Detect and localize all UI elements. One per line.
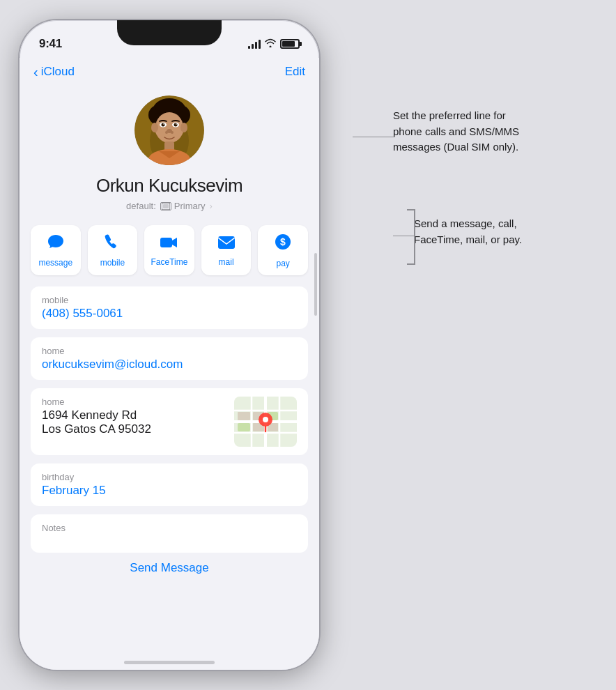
svg-text:$: $ — [280, 236, 286, 247]
primary-label: Primary — [174, 201, 206, 211]
email-value: orkucuksevim@icloud.com — [42, 358, 297, 371]
mail-button[interactable]: mail — [201, 225, 252, 275]
notch — [117, 20, 222, 45]
address-text: home 1694 Kennedy Rd Los Gatos CA 95032 — [42, 397, 226, 436]
svg-point-41 — [263, 417, 268, 422]
birthday-row[interactable]: birthday February 15 — [31, 463, 308, 506]
screen: ‹ iCloud Edit — [20, 58, 319, 670]
back-label: iCloud — [41, 65, 75, 79]
svg-rect-38 — [238, 412, 250, 420]
svg-point-18 — [171, 131, 174, 134]
message-icon — [47, 234, 64, 254]
callout-line-1 — [353, 137, 394, 137]
contact-name: Orkun Kucuksevim — [96, 175, 242, 197]
scroll-indicator — [314, 253, 317, 316]
facetime-button[interactable]: FaceTime — [144, 225, 194, 275]
phone-shell: 9:41 — [20, 20, 319, 670]
svg-point-8 — [151, 123, 158, 132]
notes-label: Notes — [42, 523, 297, 533]
svg-point-15 — [176, 123, 177, 125]
contact-default-line[interactable]: default: Primary › — [126, 201, 213, 211]
chevron-left-icon: ‹ — [33, 65, 38, 79]
dual-sim-callout: Set the preferred line forphone calls an… — [393, 108, 595, 155]
address-card[interactable]: home 1694 Kennedy Rd Los Gatos CA 95032 — [31, 388, 308, 455]
svg-rect-35 — [238, 423, 250, 431]
callouts: Set the preferred line forphone calls an… — [365, 0, 602, 690]
nav-bar: ‹ iCloud Edit — [20, 58, 319, 84]
address-label: home — [42, 397, 226, 407]
info-sections: mobile (408) 555-0061 home orkucuksevim@… — [20, 286, 319, 561]
bracket-line — [414, 209, 415, 265]
mail-label: mail — [219, 257, 234, 267]
svg-point-17 — [165, 131, 168, 134]
svg-point-9 — [180, 123, 187, 132]
mobile-label: mobile — [100, 258, 125, 268]
actions-text: Send a message, call,FaceTime, mail, or … — [414, 216, 595, 247]
bottom-action[interactable]: Send Message — [20, 561, 319, 586]
message-label: message — [38, 258, 72, 268]
action-buttons-row: message mobile — [20, 225, 319, 286]
notes-card[interactable]: Notes — [31, 514, 308, 553]
svg-point-7 — [155, 112, 183, 143]
home-indicator — [124, 661, 215, 664]
phone-label: mobile — [42, 295, 297, 305]
birthday-value: February 15 — [42, 484, 297, 498]
facetime-label: FaceTime — [151, 257, 188, 267]
mobile-button[interactable]: mobile — [88, 225, 138, 275]
status-time: 9:41 — [39, 37, 62, 51]
address-line2: Los Gatos CA 95032 — [42, 422, 226, 436]
battery-icon — [280, 39, 300, 49]
actions-callout: Send a message, call,FaceTime, mail, or … — [414, 216, 595, 247]
callout-line-2 — [393, 236, 414, 236]
svg-rect-22 — [163, 204, 169, 208]
primary-badge: Primary — [160, 201, 206, 211]
phone-row[interactable]: mobile (408) 555-0061 — [31, 286, 308, 329]
avatar — [134, 95, 204, 165]
contact-header: Orkun Kucuksevim default: Primary › — [20, 84, 319, 225]
phone-value: (408) 555-0061 — [42, 307, 297, 321]
svg-point-13 — [174, 123, 178, 127]
email-label: home — [42, 346, 297, 356]
send-message-button[interactable]: Send Message — [130, 561, 208, 574]
chevron-right-icon: › — [210, 201, 213, 211]
svg-rect-24 — [218, 236, 235, 249]
map-thumbnail[interactable] — [234, 397, 297, 447]
edit-button[interactable]: Edit — [285, 65, 305, 79]
sim-icon — [160, 202, 171, 210]
dual-sim-text: Set the preferred line forphone calls an… — [393, 108, 595, 155]
scene: 9:41 — [0, 0, 616, 690]
svg-point-12 — [162, 123, 165, 127]
svg-rect-23 — [160, 238, 172, 247]
email-card[interactable]: home orkucuksevim@icloud.com — [31, 337, 308, 380]
back-button[interactable]: ‹ iCloud — [33, 65, 75, 79]
bracket-top — [407, 209, 415, 210]
message-button[interactable]: message — [31, 225, 81, 275]
pay-icon: $ — [275, 233, 291, 254]
pay-label: pay — [276, 259, 289, 268]
email-row[interactable]: home orkucuksevim@icloud.com — [31, 337, 308, 380]
bracket-bottom — [407, 263, 415, 265]
mail-icon — [218, 235, 235, 253]
wifi-icon — [265, 38, 276, 49]
notes-row[interactable]: Notes — [31, 514, 308, 553]
default-label: default: — [126, 201, 156, 211]
facetime-icon — [160, 235, 178, 253]
pay-button[interactable]: $ pay — [258, 225, 308, 275]
birthday-card[interactable]: birthday February 15 — [31, 463, 308, 506]
phone-card[interactable]: mobile (408) 555-0061 — [31, 286, 308, 329]
birthday-label: birthday — [42, 472, 297, 482]
address-row[interactable]: home 1694 Kennedy Rd Los Gatos CA 95032 — [31, 388, 308, 455]
address-line1: 1694 Kennedy Rd — [42, 408, 226, 422]
svg-point-14 — [163, 123, 164, 125]
phone-icon — [105, 234, 120, 254]
signal-icon — [248, 39, 261, 49]
status-icons — [248, 38, 300, 49]
